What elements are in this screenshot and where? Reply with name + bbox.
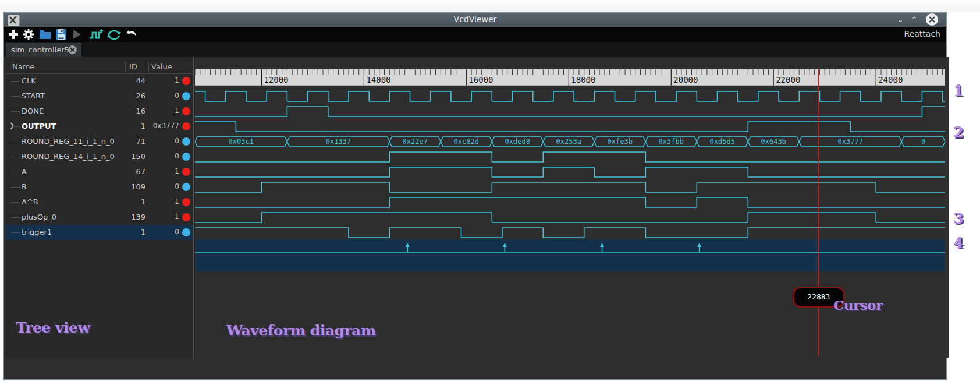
- signal-name: plusOp_0: [22, 213, 56, 221]
- signal-name: START: [22, 91, 45, 100]
- tree-row-trigger1[interactable]: trigger110: [6, 225, 193, 240]
- waveform-canvas[interactable]: 120001400016000180002000022000240000x03c…: [195, 69, 946, 358]
- tree-row-DONE[interactable]: DONE161: [6, 104, 193, 119]
- folder-icon: [39, 29, 52, 40]
- tree-row-A[interactable]: A671: [6, 164, 193, 179]
- signal-name: A: [22, 167, 27, 176]
- svg-text:24000: 24000: [878, 75, 903, 84]
- svg-text:0x3777: 0x3777: [838, 137, 863, 146]
- tree-branch-line: [11, 142, 20, 142]
- play-icon: [72, 29, 82, 40]
- tree-row-OUTPUT[interactable]: ❯OUTPUT10x3777: [6, 119, 193, 134]
- signal-state-dot-blue: [182, 228, 190, 236]
- signal-name: trigger1: [22, 228, 52, 236]
- svg-text:0x22e7: 0x22e7: [403, 137, 428, 146]
- signal-state-dot-red: [182, 213, 190, 221]
- column-header-name[interactable]: Name: [12, 62, 34, 71]
- svg-text:14000: 14000: [366, 75, 390, 84]
- maximize-window-button[interactable]: ⌃: [909, 15, 919, 24]
- column-separator[interactable]: [125, 62, 126, 73]
- signal-value: 1: [122, 107, 179, 115]
- signal-state-dot-blue: [182, 137, 190, 146]
- signal-name: B: [22, 182, 27, 191]
- tree-row-plusOp_0[interactable]: plusOp_01391: [6, 210, 193, 225]
- svg-text:22000: 22000: [776, 75, 800, 84]
- reattach-button[interactable]: Reattach: [904, 29, 940, 38]
- wave-CLK[interactable]: [195, 91, 945, 101]
- svg-text:16000: 16000: [468, 75, 493, 84]
- wave-B[interactable]: [195, 197, 945, 207]
- tab-sim-controller5[interactable]: sim_controller5: [6, 43, 81, 57]
- wave-OUTPUT[interactable]: 0x03c10x13370x22e70xc82d0xded80x253a0xfe…: [195, 137, 945, 147]
- tab-label: sim_controller5: [11, 45, 69, 54]
- signal-value: 1: [122, 213, 179, 221]
- wave-A[interactable]: [195, 182, 945, 192]
- undo-arrow-icon: [125, 29, 138, 40]
- annotation-marker-4: 4: [953, 234, 964, 252]
- svg-text:18000: 18000: [571, 75, 595, 84]
- wave-DONE[interactable]: [195, 122, 945, 132]
- wave-plusOp_0[interactable]: [195, 228, 945, 238]
- wave-ROUND_REG_14_i_1_n_0[interactable]: [195, 167, 945, 177]
- signal-value: 1: [122, 197, 179, 206]
- signal-state-dot-red: [182, 77, 190, 85]
- tree-row-ROUND_REG_14_i_1_n_0[interactable]: ROUND_REG_14_i_1_n_01500: [6, 149, 193, 164]
- column-header-id[interactable]: ID: [129, 62, 137, 71]
- tree-branch-line: [11, 157, 20, 157]
- main-content: Name ID Value CLK441START260DONE161❯OUTP…: [4, 57, 946, 358]
- open-file-button[interactable]: [39, 29, 52, 40]
- signal-state-dot-red: [182, 107, 190, 115]
- undo-button[interactable]: [125, 29, 138, 40]
- annotation-waveform-diagram: Waveform diagram: [226, 322, 376, 339]
- wave-trigger1[interactable]: [195, 239, 945, 271]
- wave-ROUND_REG_11_i_1_n_0[interactable]: [195, 152, 945, 162]
- close-window-button[interactable]: [926, 13, 938, 26]
- signal-value: 0: [122, 137, 179, 145]
- close-icon: [928, 16, 936, 23]
- shade-window-button[interactable]: ⌄: [895, 15, 906, 24]
- add-waveform-button[interactable]: [89, 29, 102, 40]
- tab-bar: sim_controller5: [4, 42, 946, 57]
- signal-state-dot-blue: [182, 183, 190, 191]
- column-separator[interactable]: [148, 62, 149, 73]
- svg-text:0xded8: 0xded8: [505, 137, 530, 146]
- signal-name: A^B: [22, 197, 38, 206]
- reload-button[interactable]: [106, 29, 119, 40]
- floppy-save-icon: [55, 29, 67, 40]
- tree-branch-line: [11, 187, 20, 188]
- tree-branch-line: [11, 81, 20, 82]
- add-button[interactable]: [8, 29, 20, 40]
- loop-arrows-icon: [106, 29, 122, 40]
- svg-text:0x253a: 0x253a: [556, 137, 581, 146]
- screenshot-root: VcdViewer ⌄ ⌃: [0, 0, 980, 385]
- tree-row-A^B[interactable]: A^B11: [6, 195, 193, 210]
- tree-row-B[interactable]: B1090: [6, 179, 193, 195]
- window-title: VcdViewer: [4, 15, 946, 24]
- svg-text:0xc82d: 0xc82d: [454, 137, 479, 146]
- signal-state-dot-red: [182, 168, 190, 176]
- signal-value: 0: [122, 152, 179, 160]
- tab-close-button[interactable]: [68, 45, 77, 54]
- signal-name: CLK: [22, 76, 36, 85]
- play-button[interactable]: [72, 29, 84, 40]
- signal-value: 0: [122, 182, 179, 190]
- svg-text:0x3fbb: 0x3fbb: [659, 137, 684, 146]
- expander-chevron-icon[interactable]: ❯: [9, 122, 15, 129]
- signal-value: 0: [122, 91, 179, 100]
- tree-branch-line: [11, 202, 20, 203]
- wave-START[interactable]: [195, 107, 945, 116]
- signal-value: 0x3777: [122, 122, 179, 130]
- tree-branch-line: [11, 232, 20, 233]
- tree-row-ROUND_REG_11_i_1_n_0[interactable]: ROUND_REG_11_i_1_n_0710: [6, 134, 193, 149]
- signal-state-dot-red: [182, 122, 190, 130]
- title-bar[interactable]: VcdViewer ⌄ ⌃: [4, 13, 946, 27]
- save-button[interactable]: [55, 29, 68, 40]
- wave-A^B[interactable]: [195, 213, 945, 222]
- tree-row-CLK[interactable]: CLK441: [6, 73, 193, 89]
- column-header-value[interactable]: Value: [151, 62, 172, 71]
- tree-row-START[interactable]: START260: [6, 89, 193, 104]
- vcdviewer-window: VcdViewer ⌄ ⌃: [3, 12, 947, 380]
- tree-branch-line: [11, 217, 20, 218]
- signal-tree-panel: Name ID Value CLK441START260DONE161❯OUTP…: [6, 57, 193, 358]
- settings-button[interactable]: [23, 29, 35, 40]
